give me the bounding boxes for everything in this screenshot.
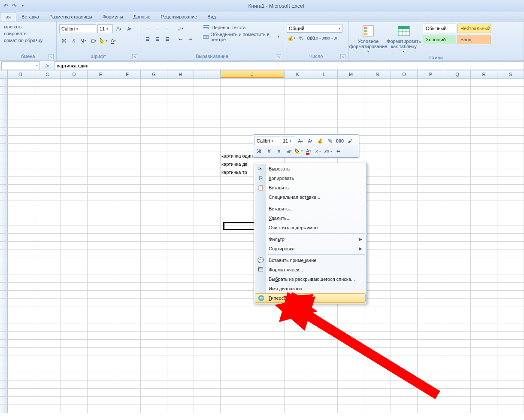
cell[interactable] (364, 250, 391, 258)
cell[interactable] (167, 168, 194, 177)
cell[interactable] (61, 111, 88, 119)
row-header[interactable] (0, 332, 8, 340)
cell[interactable] (364, 348, 391, 356)
cell[interactable] (141, 250, 167, 258)
cell[interactable] (391, 299, 418, 307)
cell[interactable] (61, 274, 88, 283)
cell[interactable] (418, 87, 444, 95)
cell[interactable] (8, 332, 34, 340)
format-as-table-button[interactable]: Форматировать как таблицу▾ (387, 23, 421, 54)
cell[interactable] (194, 274, 221, 283)
cell[interactable] (444, 397, 471, 405)
menu-format-cells[interactable]: 🗔Формат ячеек... (255, 265, 366, 274)
cell[interactable] (194, 160, 221, 168)
cell[interactable] (391, 103, 418, 111)
cell[interactable] (444, 380, 471, 389)
row-header[interactable] (0, 185, 8, 193)
cell[interactable] (194, 397, 221, 405)
cell[interactable] (285, 87, 311, 95)
cell[interactable] (311, 119, 338, 128)
cell[interactable] (391, 405, 418, 413)
cell[interactable] (311, 315, 338, 323)
tab-view[interactable]: Вид (202, 12, 221, 21)
cell[interactable] (88, 307, 114, 315)
cell[interactable] (88, 348, 114, 356)
cell[interactable] (88, 234, 114, 242)
cell[interactable] (8, 87, 34, 95)
cell[interactable] (497, 372, 524, 380)
cell[interactable] (61, 397, 88, 405)
cell[interactable] (34, 340, 61, 348)
cell[interactable] (8, 307, 34, 315)
cell[interactable] (285, 389, 311, 397)
font-launcher-icon[interactable]: ↘ (132, 54, 137, 59)
cell[interactable] (8, 193, 34, 201)
cell[interactable] (391, 177, 418, 185)
cell[interactable] (221, 348, 285, 356)
cell[interactable] (34, 103, 61, 111)
cell[interactable] (497, 209, 524, 217)
cell[interactable] (418, 405, 444, 413)
cell[interactable] (114, 111, 141, 119)
cell[interactable] (391, 340, 418, 348)
cell[interactable] (141, 193, 167, 201)
cell[interactable] (391, 79, 418, 87)
cell[interactable] (141, 111, 167, 119)
cell[interactable] (311, 307, 338, 315)
cell[interactable] (34, 144, 61, 152)
cell[interactable] (418, 266, 444, 274)
tab-insert[interactable]: Вставка (16, 12, 44, 21)
qat-customize-icon[interactable]: ▾ (19, 2, 27, 10)
menu-cut[interactable]: ✂Вырезать (255, 164, 366, 173)
cell[interactable] (114, 266, 141, 274)
row-header[interactable] (0, 152, 8, 160)
fill-color-icon[interactable]: ▾ (99, 36, 108, 46)
align-bottom-icon[interactable]: ≡ (163, 24, 172, 33)
cell[interactable] (34, 364, 61, 372)
cell[interactable] (88, 136, 114, 144)
cell[interactable] (114, 95, 141, 103)
cell[interactable] (311, 348, 338, 356)
cell[interactable] (418, 274, 444, 283)
cell[interactable] (418, 152, 444, 160)
cell[interactable] (114, 323, 141, 332)
cell[interactable] (34, 185, 61, 193)
cell[interactable] (114, 332, 141, 340)
percent-icon[interactable]: % (297, 33, 306, 43)
cell[interactable] (34, 274, 61, 283)
cell[interactable] (364, 111, 391, 119)
cell[interactable] (364, 136, 391, 144)
cell[interactable] (34, 225, 61, 234)
mini-format-painter-icon[interactable]: 🖌 (345, 136, 354, 146)
cell[interactable] (444, 185, 471, 193)
cell[interactable] (114, 160, 141, 168)
row-header[interactable] (0, 136, 8, 144)
mini-shrink-font-icon[interactable]: A▾ (306, 136, 315, 146)
cell[interactable] (391, 356, 418, 364)
cell[interactable] (61, 79, 88, 87)
cell[interactable] (364, 103, 391, 111)
mini-italic-icon[interactable]: К (264, 146, 274, 156)
cell[interactable] (61, 234, 88, 242)
cell[interactable] (167, 217, 194, 225)
cell[interactable] (88, 128, 114, 136)
font-name-combo[interactable]: Calibri▾ (59, 24, 96, 33)
cell[interactable] (364, 299, 391, 307)
cell[interactable] (418, 340, 444, 348)
cell[interactable] (141, 103, 167, 111)
cell[interactable] (285, 323, 311, 332)
cell[interactable] (8, 266, 34, 274)
cell[interactable] (194, 111, 221, 119)
col-header-N[interactable]: N (364, 70, 391, 78)
cell[interactable] (471, 372, 497, 380)
cell[interactable] (364, 323, 391, 332)
cell[interactable] (221, 340, 285, 348)
fx-icon[interactable]: fx (42, 63, 52, 68)
cell[interactable] (444, 307, 471, 315)
style-good[interactable]: Хороший (423, 35, 456, 44)
cell[interactable] (8, 323, 34, 332)
cell[interactable] (194, 380, 221, 389)
cell[interactable] (34, 242, 61, 250)
format-painter-button[interactable]: ормат по образцу (3, 37, 44, 43)
cell[interactable] (194, 283, 221, 291)
